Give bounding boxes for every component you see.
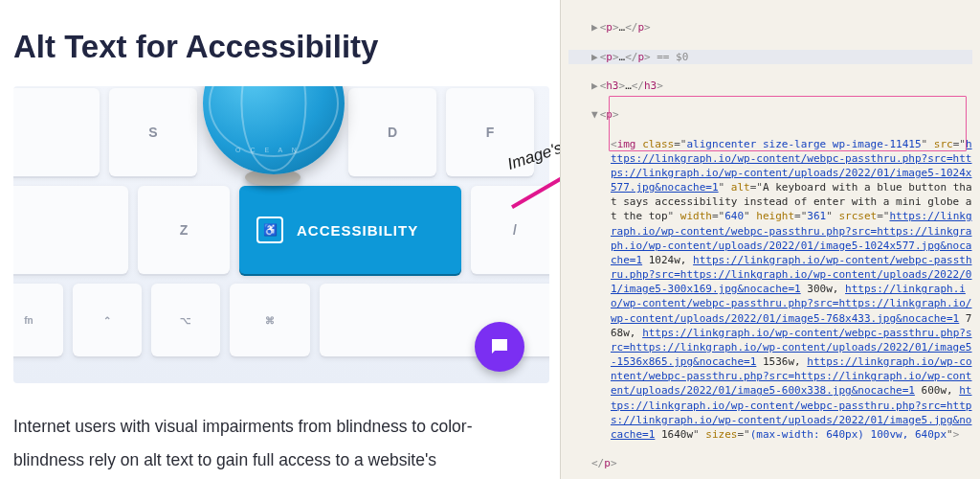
key-option: ⌥ [151, 284, 220, 356]
article-body: Internet users with visual impairments f… [13, 410, 548, 477]
article-line-1: Internet users with visual impairments f… [13, 417, 473, 436]
key-accessibility: ♿ ACCESSIBILITY [239, 186, 461, 274]
page-title: Alt Text for Accessibility [13, 29, 548, 65]
tag-p-close: p [604, 457, 611, 469]
key-caps-lock [13, 88, 100, 176]
img-element-source: <img class="aligncenter size-large wp-im… [568, 137, 972, 443]
tag-p: p [606, 21, 612, 34]
globe-icon: O C E A N [203, 86, 345, 174]
key-command: ⌘ [230, 284, 310, 356]
devtools-elements-panel[interactable]: ▶<p>…</p> ▶<p>…</p> == $0 ▶<h3>…</h3> ▼<… [560, 0, 980, 479]
html-source: ▶<p>…</p> ▶<p>…</p> == $0 ▶<h3>…</h3> ▼<… [568, 6, 972, 479]
key-d: D [348, 88, 436, 176]
article-line-2: blindness rely on alt text to gain full … [13, 450, 436, 469]
tag-p-selected: p [606, 51, 612, 63]
key-shift [13, 186, 128, 274]
key-fn: fn [13, 284, 63, 356]
hero-image: S D F Z ♿ ACCESSIBILITY / fn ⌃ ⌥ ⌘ O C E… [13, 86, 549, 383]
globe-ocean-label: O C E A N [235, 147, 301, 153]
key-z: Z [138, 186, 230, 274]
accessibility-icon: ♿ [256, 217, 283, 243]
alt-attr-name: alt [731, 181, 750, 194]
chat-widget-button[interactable] [475, 322, 524, 372]
tag-p-open: p [606, 108, 612, 121]
tag-h3: h3 [606, 80, 618, 92]
key-ctrl: ⌃ [73, 284, 142, 356]
chat-icon [488, 335, 511, 358]
keyboard-illustration: S D F Z ♿ ACCESSIBILITY / fn ⌃ ⌥ ⌘ O C E… [13, 86, 549, 383]
article-pane: Alt Text for Accessibility S D F Z ♿ ACC… [0, 0, 560, 479]
key-s: S [109, 88, 197, 176]
key-accessibility-label: ACCESSIBILITY [297, 222, 418, 239]
